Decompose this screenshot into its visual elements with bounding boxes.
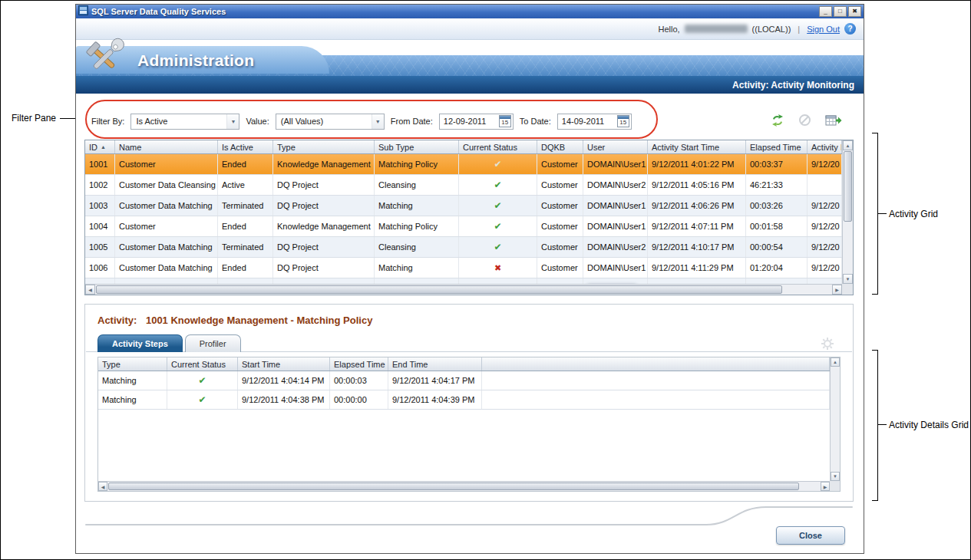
scroll-right-button[interactable] [821, 482, 830, 491]
activity-details-panel: Activity: 1001 Knowledge Management - Ma… [84, 304, 854, 502]
cell-dqkb: Customer [537, 258, 583, 278]
details-row-1[interactable]: Matching✔9/12/2011 4:04:14 PM00:00:039/1… [98, 371, 830, 390]
to-date-input[interactable]: 14-09-2011 15 [557, 114, 632, 130]
column-header-end-time[interactable]: End Time [388, 357, 482, 371]
calendar-icon[interactable]: 15 [617, 115, 629, 127]
column-header-type[interactable]: Type [273, 140, 375, 153]
to-date-label: To Date: [520, 117, 551, 126]
column-header-current-status[interactable]: Current Status [167, 357, 238, 371]
column-header-name[interactable]: Name [115, 140, 218, 153]
column-header-id[interactable]: ID▲ [85, 140, 115, 153]
cell-elapsed: 00:00:43 [746, 278, 808, 284]
calendar-day: 15 [618, 118, 629, 127]
activity-row-1006[interactable]: 1006Customer Data MatchingEndedDQ Projec… [85, 258, 842, 278]
status-ok-icon: ✔ [494, 159, 501, 170]
cell-status: ✔ [459, 237, 537, 257]
calendar-icon[interactable]: 15 [499, 115, 511, 127]
status-ok-icon: ✔ [494, 200, 501, 211]
column-header-elapsed-time[interactable]: Elapsed Time [746, 140, 808, 153]
refresh-icon[interactable] [771, 114, 784, 127]
cell-elapsed: 00:00:54 [746, 237, 808, 257]
column-header-type[interactable]: Type [98, 357, 167, 371]
scroll-up-button[interactable] [843, 140, 853, 150]
titlebar[interactable]: SQL Server Data Quality Services _ □ ✖ [76, 5, 864, 18]
cell-dqkb: Customer [537, 196, 583, 216]
column-header-current-status[interactable]: Current Status [459, 140, 537, 153]
cell-user: DOMAIN\User2 [583, 237, 648, 257]
window-controls: _ □ ✖ [819, 6, 861, 17]
scroll-up-button[interactable] [831, 357, 840, 367]
cell-sub_type: Cleansing [375, 175, 459, 195]
details-title: Activity: 1001 Knowledge Management - Ma… [97, 315, 372, 326]
cell-end: 9/12/20 [808, 258, 842, 278]
cell-status: ✔ [459, 216, 537, 236]
cell-elapsed: 00:03:37 [746, 154, 808, 174]
cell-id: 1003 [85, 196, 115, 216]
cell-start: 9/12/2011 4:11:29 PM [648, 258, 746, 278]
terminate-activity-icon[interactable] [798, 114, 811, 127]
column-header-dqkb[interactable]: DQKB [537, 140, 583, 153]
column-header-user[interactable]: User [583, 140, 648, 153]
activity-details-grid: TypeCurrent StatusStart TimeElapsed Time… [97, 357, 841, 492]
scrollbar-corner [830, 481, 840, 491]
scroll-left-button[interactable] [98, 482, 107, 491]
close-window-button[interactable]: ✖ [848, 6, 861, 17]
details-title-value: 1001 Knowledge Management - Matching Pol… [146, 315, 372, 326]
calendar-day: 15 [500, 118, 510, 127]
activity-grid-header: ID▲NameIs ActiveTypeSub TypeCurrent Stat… [85, 140, 842, 154]
vertical-scrollbar-thumb[interactable] [844, 151, 852, 222]
from-date-input[interactable]: 12-09-2011 15 [439, 114, 514, 130]
cell-end [808, 175, 842, 195]
cell-status: ✔ [167, 371, 238, 390]
from-date-value: 12-09-2011 [444, 117, 486, 126]
activity-grid-horizontal-scrollbar[interactable] [85, 284, 842, 295]
details-grid-vertical-scrollbar[interactable] [830, 357, 840, 481]
status-ok-icon: ✔ [198, 375, 206, 386]
filter-by-dropdown[interactable]: Is Active [130, 114, 239, 130]
cell-status: ✖ [459, 258, 537, 278]
annotation-line [878, 424, 887, 425]
cell-user: DOMAIN\User1 [583, 196, 648, 216]
disabled-gear-icon[interactable] [821, 337, 834, 354]
horizontal-scrollbar-thumb[interactable] [96, 285, 782, 294]
column-header-is-active[interactable]: Is Active [218, 140, 273, 153]
cell-end: 9/12/20 [808, 196, 842, 216]
help-icon[interactable]: ? [844, 23, 856, 35]
scroll-right-button[interactable] [832, 285, 842, 295]
horizontal-scrollbar-thumb[interactable] [108, 483, 799, 490]
activity-row-1001[interactable]: 1001CustomerEndedKnowledge ManagementMat… [85, 154, 842, 175]
minimize-button[interactable]: _ [819, 6, 832, 17]
cell-user: DOMAIN\User2 [583, 175, 648, 195]
activity-row-1005[interactable]: 1005Customer Data MatchingTerminatedDQ P… [85, 237, 842, 258]
divider: | [795, 25, 802, 34]
export-icon[interactable] [825, 114, 842, 127]
details-row-2[interactable]: Matching✔9/12/2011 4:04:38 PM00:00:009/1… [98, 390, 830, 410]
activity-row-1007[interactable]: 1007CustomerEndedKnowledge ManagementDom… [85, 278, 842, 284]
details-grid-horizontal-scrollbar[interactable] [98, 481, 830, 491]
cell-end: 9/12/2011 4:04:17 PM [388, 371, 482, 390]
tab-profiler[interactable]: Profiler [185, 334, 241, 352]
activity-row-1002[interactable]: 1002Customer Data CleansingActiveDQ Proj… [85, 175, 842, 196]
scroll-left-button[interactable] [85, 285, 95, 295]
column-header-activity-end-time[interactable]: Activity End Time [808, 140, 842, 153]
column-header-elapsed-time[interactable]: Elapsed Time [330, 357, 388, 371]
local-label: ((LOCAL)) [752, 25, 791, 34]
value-dropdown[interactable]: (All Values) [276, 114, 385, 130]
scroll-down-button[interactable] [843, 274, 853, 284]
activity-grid-vertical-scrollbar[interactable] [842, 140, 853, 284]
details-title-label: Activity: [97, 315, 137, 326]
sign-out-link[interactable]: Sign Out [807, 25, 840, 34]
cell-start: 9/12/2011 4:06:26 PM [648, 196, 746, 216]
activity-row-1004[interactable]: 1004CustomerEndedKnowledge ManagementMat… [85, 216, 842, 237]
close-button[interactable]: Close [776, 526, 845, 545]
tab-activity-steps[interactable]: Activity Steps [97, 334, 183, 352]
activity-row-1003[interactable]: 1003Customer Data MatchingTerminatedDQ P… [85, 196, 842, 216]
cell-id: 1005 [85, 237, 115, 257]
scroll-down-button[interactable] [831, 472, 840, 481]
chevron-down-icon [372, 114, 384, 129]
column-header-activity-start-time[interactable]: Activity Start Time [648, 140, 746, 153]
details-tabs: Activity StepsProfiler [97, 334, 241, 352]
column-header-start-time[interactable]: Start Time [238, 357, 330, 371]
column-header-sub-type[interactable]: Sub Type [375, 140, 459, 153]
maximize-button[interactable]: □ [834, 6, 847, 17]
